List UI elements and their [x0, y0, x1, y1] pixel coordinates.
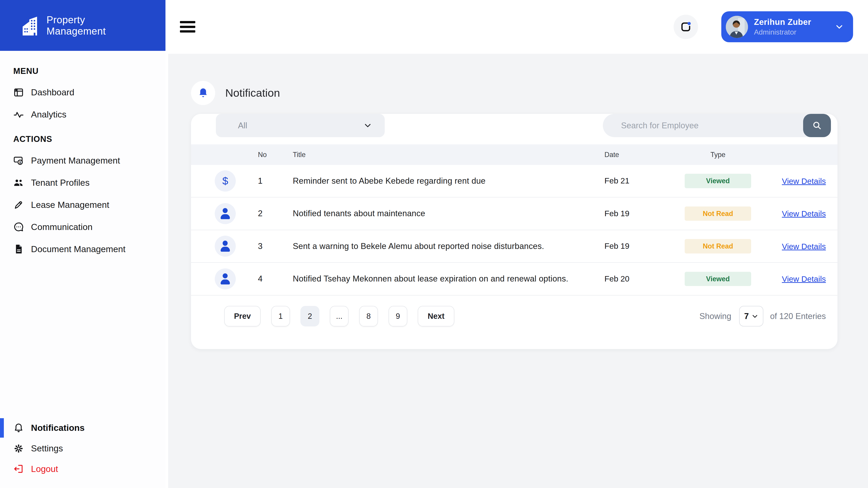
page-button-1[interactable]: 1 [271, 306, 290, 326]
next-page-button[interactable]: Next [418, 306, 454, 326]
table-header: No Title Date Type [191, 144, 837, 165]
user-role: Administrator [754, 28, 811, 36]
sidebar-footer: Notifications Settings [0, 418, 165, 479]
analytics-icon [13, 109, 24, 120]
notification-title: Notified Tsehay Mekonnen about lease exp… [293, 274, 593, 284]
sidebar-item-dashboard[interactable]: Dashboard [13, 81, 165, 103]
view-details-link[interactable]: View Details [782, 242, 826, 251]
document-icon [13, 244, 24, 254]
sidebar-item-label: Lease Management [31, 200, 109, 210]
sidebar-item-payment-management[interactable]: $ Payment Management [13, 150, 165, 172]
payment-icon: $ [13, 156, 24, 166]
page-button-8[interactable]: 8 [359, 306, 378, 326]
col-title: Title [293, 151, 593, 159]
prev-page-button[interactable]: Prev [224, 306, 261, 326]
status-badge: Viewed [685, 272, 751, 286]
sidebar-item-logout[interactable]: Logout [0, 459, 165, 479]
gear-icon [13, 443, 24, 454]
sidebar-item-label: Notifications [31, 423, 85, 433]
bell-icon [197, 87, 209, 99]
sync-icon [680, 21, 692, 33]
menu-section-label: MENU [13, 66, 165, 76]
notifications-card: All No Title [191, 114, 837, 349]
page-title: Notification [225, 87, 280, 99]
sidebar: Property Management MENU Dashboard [0, 0, 165, 488]
chevron-down-icon [834, 22, 844, 32]
notification-title: Notified tenants about maintenance [293, 209, 593, 218]
entries-total-label: of 120 Enteries [770, 312, 826, 321]
view-details-link[interactable]: View Details [782, 177, 826, 186]
content: Notification All [165, 54, 868, 488]
notification-date: Feb 21 [593, 176, 676, 186]
status-badge: Viewed [685, 174, 751, 188]
search-button[interactable] [803, 114, 831, 137]
page-button-2[interactable]: 2 [301, 306, 319, 326]
sidebar-item-communication[interactable]: Communication [13, 216, 165, 238]
svg-text:$: $ [19, 160, 21, 164]
actions-section-label: ACTIONS [13, 134, 165, 144]
per-page-value: 7 [744, 312, 749, 321]
table-row: 4 Notified Tsehay Mekonnen about lease e… [191, 263, 837, 295]
sidebar-item-label: Communication [31, 222, 92, 232]
notification-date: Feb 19 [593, 209, 676, 218]
showing-label: Showing [700, 312, 731, 321]
page-head: Notification [191, 81, 868, 105]
view-details-link[interactable]: View Details [782, 209, 826, 218]
row-number: 2 [258, 209, 293, 218]
notification-title: Reminder sent to Abebe Kebede regarding … [293, 176, 593, 186]
brand: Property Management [0, 0, 165, 51]
sidebar-item-tenant-profiles[interactable]: Tenant Profiles [13, 172, 165, 194]
sidebar-item-settings[interactable]: Settings [0, 438, 165, 459]
sidebar-item-label: Tenant Profiles [31, 178, 90, 188]
chat-icon [13, 222, 24, 232]
pagination: Prev 1 2 ... 8 9 Next Showing 7 of 120 E… [224, 306, 826, 326]
dollar-icon [215, 170, 236, 191]
type-filter-dropdown[interactable]: All [216, 114, 385, 137]
main-area: Zerihun Zuber Administrator Notif [165, 0, 868, 488]
col-type: Type [676, 151, 759, 159]
logout-icon [13, 464, 24, 474]
per-page-select[interactable]: 7 [739, 306, 764, 326]
sidebar-item-label: Dashboard [31, 88, 74, 97]
hamburger-menu-icon[interactable] [180, 21, 195, 33]
table-row: 3 Sent a warning to Bekele Alemu about r… [191, 230, 837, 263]
sync-status-button[interactable] [674, 15, 698, 39]
avatar [726, 16, 748, 38]
building-logo-icon [20, 14, 42, 37]
app-root: Property Management MENU Dashboard [0, 0, 868, 488]
status-badge: Not Read [685, 239, 751, 254]
person-icon [215, 203, 236, 224]
sidebar-item-analytics[interactable]: Analytics [13, 103, 165, 126]
search-bar [603, 114, 831, 137]
showing-summary: Showing 7 of 120 Enteries [700, 306, 826, 326]
notification-date: Feb 20 [593, 274, 676, 284]
search-input[interactable] [603, 114, 803, 137]
sidebar-item-document-management[interactable]: Document Management [13, 238, 165, 260]
view-details-link[interactable]: View Details [782, 274, 826, 284]
col-date: Date [593, 151, 676, 159]
page-button-9[interactable]: 9 [389, 306, 407, 326]
sidebar-item-lease-management[interactable]: Lease Management [13, 194, 165, 216]
user-menu[interactable]: Zerihun Zuber Administrator [721, 11, 853, 42]
sidebar-item-label: Settings [31, 444, 63, 453]
brand-name: Property Management [46, 14, 106, 37]
chevron-down-icon [752, 313, 758, 320]
user-meta: Zerihun Zuber Administrator [754, 18, 811, 36]
sidebar-item-notifications[interactable]: Notifications [0, 418, 165, 438]
type-filter-value: All [238, 121, 247, 130]
row-number: 1 [258, 176, 293, 186]
card-controls: All [216, 114, 831, 137]
chevron-down-icon [363, 121, 373, 130]
table-row: 2 Notified tenants about maintenance Feb… [191, 197, 837, 230]
tenants-icon [13, 177, 24, 188]
page-ellipsis-button[interactable]: ... [330, 306, 348, 326]
bell-icon [13, 423, 24, 433]
dashboard-icon [13, 87, 24, 98]
page-bell-badge [191, 81, 215, 105]
row-number: 3 [258, 241, 293, 251]
status-badge: Not Read [685, 206, 751, 221]
sidebar-item-label: Analytics [31, 109, 66, 120]
table-row: 1 Reminder sent to Abebe Kebede regardin… [191, 165, 837, 197]
person-icon [215, 268, 236, 289]
user-name: Zerihun Zuber [754, 18, 811, 27]
